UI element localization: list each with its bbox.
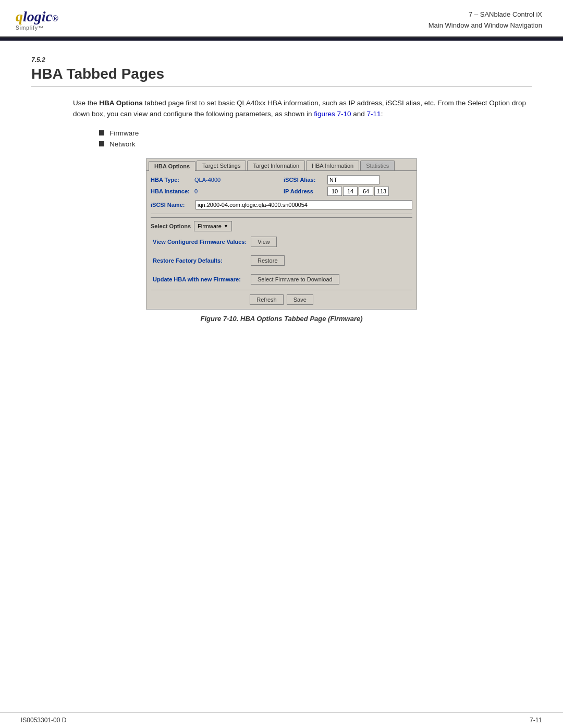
logo-area: qlogic® Simplify™ [16, 9, 58, 31]
footer-right: 7-11 [530, 717, 542, 724]
header-right: 7 – SANblade Control iX Main Window and … [429, 9, 542, 31]
hba-instance-value: 0 [194, 188, 198, 194]
save-button[interactable]: Save [287, 294, 313, 305]
page-footer: IS0053301-00 D 7-11 [0, 712, 563, 728]
iscsi-name-row: iSCSI Name: [151, 200, 412, 209]
tab-hba-information[interactable]: HBA Information [306, 161, 359, 170]
tab-statistics[interactable]: Statistics [360, 161, 395, 170]
refresh-button[interactable]: Refresh [250, 294, 284, 305]
ip-octet-4[interactable] [374, 187, 389, 196]
chapter-subtitle: Main Window and Window Navigation [429, 20, 542, 31]
section-title: HBA Tabbed Pages [31, 66, 532, 87]
footer-left: IS0053301-00 D [21, 717, 66, 724]
ui-window: HBA Options Target Settings Target Infor… [146, 158, 417, 310]
iscsi-alias-input[interactable] [327, 175, 380, 184]
bullet-firmware: Firmware [99, 129, 532, 137]
iscsi-alias-label: iSCSI Alias: [284, 177, 325, 183]
bullet-network: Network [99, 140, 532, 148]
figure-link-7-10[interactable]: figures 7-10 [314, 110, 351, 118]
info-grid: HBA Type: QLA-4000 iSCSI Alias: HBA Inst… [151, 175, 412, 196]
tab-target-information[interactable]: Target Information [247, 161, 305, 170]
tab-target-settings[interactable]: Target Settings [197, 161, 246, 170]
figure-link-7-11[interactable]: 7-11 [367, 110, 381, 118]
hba-type-row: HBA Type: QLA-4000 [151, 175, 279, 184]
bottom-buttons: Refresh Save [151, 290, 412, 305]
section-number: 7.5.2 [31, 56, 532, 64]
logo: qlogic® [16, 9, 58, 24]
ip-octet-2[interactable] [343, 187, 358, 196]
page-header: qlogic® Simplify™ 7 – SANblade Control i… [0, 0, 563, 38]
iscsi-name-input[interactable] [195, 200, 412, 209]
chevron-down-icon: ▼ [224, 224, 228, 229]
select-options-dropdown[interactable]: Firmware ▼ [194, 221, 232, 231]
view-firmware-row: View Configured Firmware Values: View [153, 237, 410, 247]
ip-group [327, 187, 389, 196]
select-options-label: Select Options [151, 223, 191, 229]
select-firmware-button[interactable]: Select Firmware to Download [251, 274, 339, 285]
tab-bar: HBA Options Target Settings Target Infor… [146, 159, 417, 171]
firmware-section: View Configured Firmware Values: View Re… [151, 237, 412, 285]
iscsi-alias-row: iSCSI Alias: [284, 175, 412, 184]
bullet-list: Firmware Network [31, 129, 532, 148]
ip-octet-3[interactable] [359, 187, 373, 196]
window-body: HBA Type: QLA-4000 iSCSI Alias: HBA Inst… [146, 171, 417, 309]
body-paragraph: Use the HBA Options tabbed page first to… [31, 97, 532, 120]
ip-octet-1[interactable] [327, 187, 342, 196]
bullet-icon [99, 141, 104, 146]
bullet-label-network: Network [109, 140, 136, 148]
bullet-label-firmware: Firmware [109, 129, 139, 137]
iscsi-name-label: iSCSI Name: [151, 202, 192, 208]
ip-address-label: IP Address [284, 188, 325, 194]
figure-caption: Figure 7-10. HBA Options Tabbed Page (Fi… [200, 315, 362, 323]
divider-1 [151, 214, 412, 214]
hba-type-label: HBA Type: [151, 177, 192, 183]
restore-factory-row: Restore Factory Defaults: Restore [153, 255, 410, 266]
hba-instance-label: HBA Instance: [151, 188, 192, 194]
main-content: 7.5.2 HBA Tabbed Pages Use the HBA Optio… [0, 41, 563, 354]
dropdown-value: Firmware [198, 223, 222, 229]
restore-factory-label: Restore Factory Defaults: [153, 257, 247, 264]
select-options-row: Select Options Firmware ▼ [151, 217, 412, 231]
view-button[interactable]: View [251, 237, 277, 247]
update-hba-label: Update HBA with new Firmware: [153, 276, 247, 282]
tab-hba-options[interactable]: HBA Options [149, 161, 195, 171]
chapter-title: 7 – SANblade Control iX [429, 9, 542, 20]
hba-type-value: QLA-4000 [194, 177, 221, 183]
ip-address-row: IP Address [284, 187, 412, 196]
view-firmware-label: View Configured Firmware Values: [153, 239, 247, 245]
update-hba-row: Update HBA with new Firmware: Select Fir… [153, 274, 410, 285]
logo-simplify: Simplify™ [16, 25, 44, 31]
hba-instance-row: HBA Instance: 0 [151, 187, 279, 196]
restore-button[interactable]: Restore [251, 255, 285, 266]
figure-container: HBA Options Target Settings Target Infor… [31, 158, 532, 323]
bullet-icon [99, 130, 104, 135]
